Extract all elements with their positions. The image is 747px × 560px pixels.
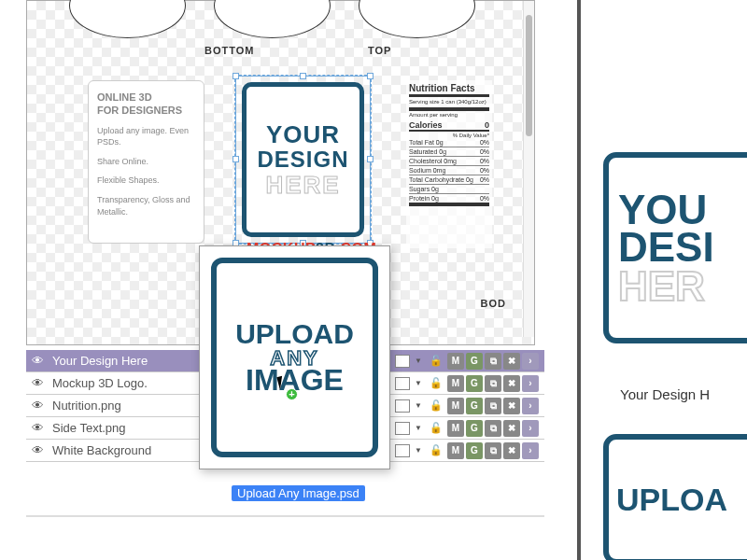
info-line: Flexible Shapes. <box>97 175 195 187</box>
design-text: DESIGN <box>257 147 348 173</box>
resize-handle[interactable] <box>367 156 374 162</box>
duplicate-button[interactable]: ⧉ <box>485 420 501 437</box>
right-panel: YOU DESI HER Your Design H UPLOA <box>577 0 747 560</box>
resize-handle[interactable] <box>233 156 239 162</box>
color-swatch[interactable] <box>395 422 410 435</box>
preview-tile[interactable]: UPLOA <box>603 434 747 560</box>
expand-button[interactable]: › <box>522 353 539 370</box>
expand-button[interactable]: › <box>522 420 539 437</box>
color-swatch[interactable] <box>395 444 410 457</box>
mask-button[interactable]: M <box>447 442 464 459</box>
color-swatch[interactable] <box>395 377 410 390</box>
duplicate-button[interactable]: ⧉ <box>485 353 501 370</box>
expand-button[interactable]: › <box>522 398 539 414</box>
group-button[interactable]: G <box>466 420 483 437</box>
delete-button[interactable]: ✖ <box>503 375 520 392</box>
info-line: Share Online. <box>97 156 195 168</box>
resize-handle[interactable] <box>300 73 306 79</box>
selected-object[interactable]: YOUR DESIGN HERE <box>235 76 371 244</box>
expand-button[interactable]: › <box>522 375 539 392</box>
dropdown-icon[interactable]: ▼ <box>412 446 425 455</box>
visibility-icon[interactable]: 👁 <box>26 399 49 413</box>
expand-button[interactable]: › <box>522 442 539 459</box>
dropdown-icon[interactable]: ▼ <box>412 357 425 365</box>
unlock-icon[interactable]: 🔓 <box>427 399 445 412</box>
resize-handle[interactable] <box>367 73 374 79</box>
delete-button[interactable]: ✖ <box>503 442 520 459</box>
label-body: BOD <box>481 298 506 309</box>
scrollbar-thumb[interactable] <box>526 15 532 136</box>
duplicate-button[interactable]: ⧉ <box>485 442 501 459</box>
visibility-icon[interactable]: 👁 <box>26 421 49 435</box>
label-bottom: BOTTOM <box>204 45 254 56</box>
info-line: Transparency, Gloss and Metallic. <box>97 194 195 217</box>
label-top: TOP <box>368 45 391 56</box>
canvas-scrollbar[interactable] <box>523 1 534 337</box>
drag-text: IMAGE <box>246 363 344 398</box>
info-line: Upload any image. Even PSDs. <box>97 125 195 148</box>
mask-button[interactable]: M <box>447 353 464 370</box>
delete-button[interactable]: ✖ <box>503 398 520 414</box>
info-card: ONLINE 3D FOR DESIGNERS Upload any image… <box>88 80 204 244</box>
duplicate-button[interactable]: ⧉ <box>485 375 501 392</box>
design-text: YOUR <box>266 120 340 149</box>
drag-preview: UPLOAD ANY IMAGE <box>199 245 390 469</box>
resize-handle[interactable] <box>233 73 239 79</box>
delete-button[interactable]: ✖ <box>503 353 520 370</box>
ellipse-shape <box>359 0 475 38</box>
preview-caption: Your Design H <box>603 386 747 402</box>
unlock-icon[interactable]: 🔓 <box>427 422 445 434</box>
duplicate-button[interactable]: ⧉ <box>485 398 501 414</box>
drag-text: UPLOAD <box>235 318 354 350</box>
color-swatch[interactable] <box>395 355 410 368</box>
visibility-icon[interactable]: 👁 <box>26 443 49 457</box>
info-title1: ONLINE 3D <box>97 91 195 104</box>
nutrition-title: Nutrition Facts <box>409 83 489 97</box>
dropdown-icon[interactable]: ▼ <box>412 424 425 432</box>
color-swatch[interactable] <box>395 399 410 413</box>
ellipse-shape <box>69 0 186 38</box>
divider <box>26 515 544 517</box>
info-title2: FOR DESIGNERS <box>97 104 195 117</box>
delete-button[interactable]: ✖ <box>503 420 520 437</box>
mask-button[interactable]: M <box>447 398 464 414</box>
dropdown-icon[interactable]: ▼ <box>412 379 425 387</box>
group-button[interactable]: G <box>466 353 483 370</box>
dropdown-icon[interactable]: ▼ <box>412 401 425 410</box>
mask-button[interactable]: M <box>447 375 464 392</box>
nutrition-panel: Nutrition Facts Serving size 1 can (340g… <box>406 80 492 248</box>
unlock-icon[interactable]: 🔓 <box>427 444 445 456</box>
mask-button[interactable]: M <box>447 420 464 437</box>
group-button[interactable]: G <box>466 442 483 459</box>
preview-tile[interactable]: YOU DESI HER <box>603 152 747 343</box>
unlock-icon[interactable]: 🔓 <box>427 355 445 367</box>
group-button[interactable]: G <box>466 375 483 392</box>
dragged-filename: Upload Any Image.psd <box>232 485 365 501</box>
design-placeholder: YOUR DESIGN HERE <box>242 82 364 237</box>
unlock-icon[interactable]: 🔓 <box>427 377 445 389</box>
group-button[interactable]: G <box>466 398 483 414</box>
visibility-icon[interactable]: 👁 <box>26 354 49 368</box>
ellipse-shape <box>214 0 331 38</box>
design-text: HERE <box>265 171 340 200</box>
visibility-icon[interactable]: 👁 <box>26 376 49 390</box>
